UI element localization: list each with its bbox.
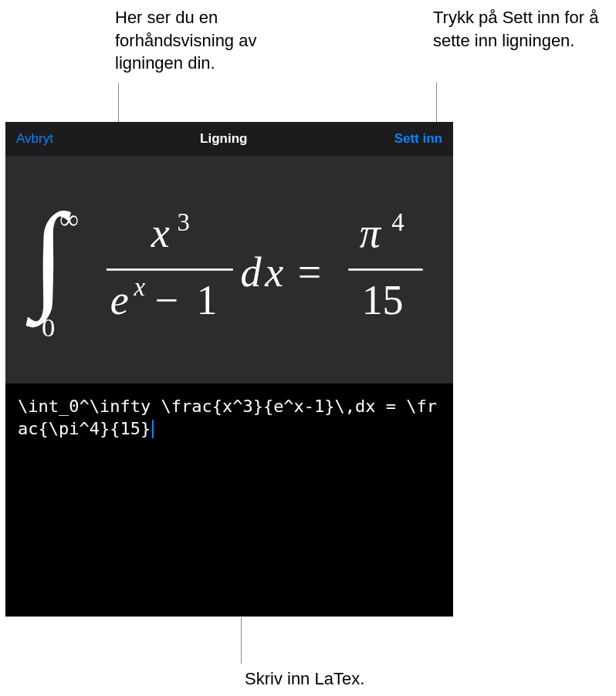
svg-text:15: 15	[362, 277, 404, 323]
text-cursor	[152, 420, 154, 438]
latex-code-text[interactable]: \int_0^\infty \frac{x^3}{e^x-1}\,dx = \f…	[18, 396, 441, 440]
callout-line	[436, 83, 437, 122]
svg-text:π: π	[360, 211, 382, 257]
equation-preview: ∫ ∞ 0 x 3 e x − 1 d x = π 4 15	[5, 156, 453, 383]
panel-title: Ligning	[200, 131, 247, 147]
callout-insert: Trykk på Sett inn for å sette inn lignin…	[433, 6, 611, 52]
svg-text:x: x	[134, 273, 146, 301]
equation-render: ∫ ∞ 0 x 3 e x − 1 d x = π 4 15	[21, 195, 438, 344]
svg-text:1: 1	[197, 277, 218, 323]
equation-editor-panel: Avbryt Ligning Sett inn ∫ ∞ 0 x 3 e x − …	[5, 122, 453, 617]
svg-text:x: x	[151, 211, 170, 257]
svg-text:e: e	[110, 277, 129, 323]
callout-latex: Skriv inn LaTex.	[245, 667, 438, 691]
svg-text:=: =	[298, 249, 321, 296]
cancel-button[interactable]: Avbryt	[16, 131, 53, 147]
svg-text:3: 3	[178, 208, 190, 236]
svg-text:4: 4	[391, 208, 404, 236]
insert-button[interactable]: Sett inn	[394, 131, 442, 147]
svg-text:d: d	[240, 249, 262, 296]
header: Avbryt Ligning Sett inn	[5, 122, 453, 156]
callout-preview: Her ser du en forhåndsvisning av ligning…	[115, 6, 296, 75]
svg-text:x: x	[264, 249, 283, 296]
svg-text:∞: ∞	[59, 204, 79, 235]
latex-input-area[interactable]: \int_0^\infty \frac{x^3}{e^x-1}\,dx = \f…	[5, 383, 453, 617]
callout-line	[241, 617, 242, 664]
svg-text:−: −	[155, 277, 178, 323]
svg-text:0: 0	[42, 313, 55, 343]
